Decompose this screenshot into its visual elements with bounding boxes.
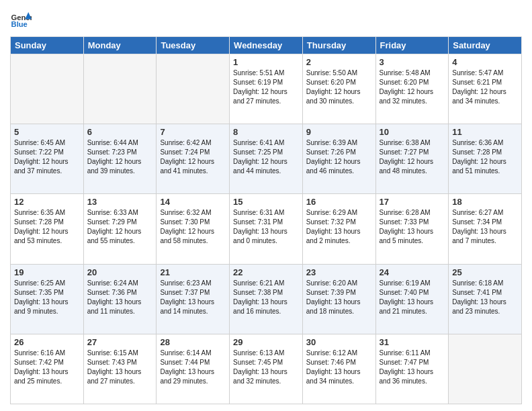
calendar-cell: 13Sunrise: 6:33 AM Sunset: 7:29 PM Dayli… <box>83 194 157 264</box>
calendar-cell: 22Sunrise: 6:21 AM Sunset: 7:38 PM Dayli… <box>230 264 303 334</box>
cell-info-text: Sunrise: 6:31 AM Sunset: 7:31 PM Dayligh… <box>233 208 299 246</box>
cell-info-text: Sunrise: 6:32 AM Sunset: 7:30 PM Dayligh… <box>160 208 226 246</box>
weekday-header-monday: Monday <box>83 37 157 54</box>
calendar-cell: 5Sunrise: 6:45 AM Sunset: 7:22 PM Daylig… <box>11 124 84 194</box>
cell-info-text: Sunrise: 6:38 AM Sunset: 7:27 PM Dayligh… <box>380 138 445 176</box>
cell-date-number: 25 <box>452 267 518 277</box>
cell-date-number: 21 <box>160 267 226 277</box>
cell-date-number: 20 <box>87 267 153 277</box>
weekday-header-row: SundayMondayTuesdayWednesdayThursdayFrid… <box>11 37 522 54</box>
cell-date-number: 13 <box>87 197 153 207</box>
calendar-week-row: 5Sunrise: 6:45 AM Sunset: 7:22 PM Daylig… <box>11 124 522 194</box>
cell-info-text: Sunrise: 6:15 AM Sunset: 7:43 PM Dayligh… <box>87 349 153 386</box>
cell-date-number: 30 <box>306 337 372 347</box>
cell-info-text: Sunrise: 6:42 AM Sunset: 7:24 PM Dayligh… <box>160 138 226 176</box>
calendar-week-row: 12Sunrise: 6:35 AM Sunset: 7:28 PM Dayli… <box>11 194 522 264</box>
page: General Blue SundayMondayTuesdayWednesda… <box>0 0 532 411</box>
cell-date-number: 7 <box>160 127 226 137</box>
cell-date-number: 29 <box>233 337 299 347</box>
cell-info-text: Sunrise: 6:35 AM Sunset: 7:28 PM Dayligh… <box>14 208 80 246</box>
cell-info-text: Sunrise: 6:41 AM Sunset: 7:25 PM Dayligh… <box>233 138 299 176</box>
weekday-header-thursday: Thursday <box>302 37 375 54</box>
weekday-header-sunday: Sunday <box>11 37 84 54</box>
cell-date-number: 15 <box>233 197 299 207</box>
weekday-header-wednesday: Wednesday <box>230 37 303 54</box>
cell-info-text: Sunrise: 6:24 AM Sunset: 7:36 PM Dayligh… <box>87 279 153 316</box>
cell-info-text: Sunrise: 5:48 AM Sunset: 6:20 PM Dayligh… <box>380 68 445 106</box>
calendar-week-row: 1Sunrise: 5:51 AM Sunset: 6:19 PM Daylig… <box>11 54 522 124</box>
cell-info-text: Sunrise: 6:12 AM Sunset: 7:46 PM Dayligh… <box>306 349 372 386</box>
cell-info-text: Sunrise: 6:13 AM Sunset: 7:45 PM Dayligh… <box>233 349 299 386</box>
calendar-cell: 14Sunrise: 6:32 AM Sunset: 7:30 PM Dayli… <box>157 194 230 264</box>
cell-date-number: 27 <box>87 337 153 347</box>
calendar-cell: 11Sunrise: 6:36 AM Sunset: 7:28 PM Dayli… <box>449 124 522 194</box>
cell-info-text: Sunrise: 6:20 AM Sunset: 7:39 PM Dayligh… <box>306 279 372 316</box>
svg-text:Blue: Blue <box>11 20 28 28</box>
calendar-cell: 31Sunrise: 6:11 AM Sunset: 7:47 PM Dayli… <box>375 334 449 404</box>
calendar-cell: 25Sunrise: 6:18 AM Sunset: 7:41 PM Dayli… <box>449 264 522 334</box>
calendar-cell: 16Sunrise: 6:29 AM Sunset: 7:32 PM Dayli… <box>302 194 375 264</box>
cell-date-number: 14 <box>160 197 226 207</box>
calendar-cell: 10Sunrise: 6:38 AM Sunset: 7:27 PM Dayli… <box>375 124 449 194</box>
cell-info-text: Sunrise: 6:14 AM Sunset: 7:44 PM Dayligh… <box>160 349 226 386</box>
cell-date-number: 6 <box>87 127 153 137</box>
cell-info-text: Sunrise: 6:21 AM Sunset: 7:38 PM Dayligh… <box>233 279 299 316</box>
calendar-cell: 29Sunrise: 6:13 AM Sunset: 7:45 PM Dayli… <box>230 334 303 404</box>
calendar-cell: 30Sunrise: 6:12 AM Sunset: 7:46 PM Dayli… <box>302 334 375 404</box>
calendar-cell: 8Sunrise: 6:41 AM Sunset: 7:25 PM Daylig… <box>230 124 303 194</box>
calendar-cell: 23Sunrise: 6:20 AM Sunset: 7:39 PM Dayli… <box>302 264 375 334</box>
calendar-cell: 3Sunrise: 5:48 AM Sunset: 6:20 PM Daylig… <box>375 54 449 124</box>
cell-date-number: 18 <box>452 197 518 207</box>
calendar-cell: 12Sunrise: 6:35 AM Sunset: 7:28 PM Dayli… <box>11 194 84 264</box>
cell-info-text: Sunrise: 6:29 AM Sunset: 7:32 PM Dayligh… <box>306 208 372 246</box>
cell-info-text: Sunrise: 6:25 AM Sunset: 7:35 PM Dayligh… <box>14 279 80 316</box>
cell-info-text: Sunrise: 6:18 AM Sunset: 7:41 PM Dayligh… <box>452 279 518 316</box>
cell-date-number: 28 <box>160 337 226 347</box>
calendar-cell: 6Sunrise: 6:44 AM Sunset: 7:23 PM Daylig… <box>83 124 157 194</box>
cell-info-text: Sunrise: 6:11 AM Sunset: 7:47 PM Dayligh… <box>380 349 445 386</box>
cell-date-number: 24 <box>380 267 445 277</box>
calendar-cell: 18Sunrise: 6:27 AM Sunset: 7:34 PM Dayli… <box>449 194 522 264</box>
calendar: SundayMondayTuesdayWednesdayThursdayFrid… <box>10 36 522 404</box>
cell-date-number: 31 <box>380 337 445 347</box>
cell-info-text: Sunrise: 6:28 AM Sunset: 7:33 PM Dayligh… <box>380 208 445 246</box>
cell-date-number: 22 <box>233 267 299 277</box>
calendar-cell <box>449 334 522 404</box>
cell-date-number: 12 <box>14 197 80 207</box>
calendar-cell: 19Sunrise: 6:25 AM Sunset: 7:35 PM Dayli… <box>11 264 84 334</box>
cell-date-number: 3 <box>380 57 445 67</box>
cell-info-text: Sunrise: 6:19 AM Sunset: 7:40 PM Dayligh… <box>380 279 445 316</box>
calendar-cell <box>11 54 84 124</box>
calendar-cell: 21Sunrise: 6:23 AM Sunset: 7:37 PM Dayli… <box>157 264 230 334</box>
cell-info-text: Sunrise: 6:27 AM Sunset: 7:34 PM Dayligh… <box>452 208 518 246</box>
calendar-cell: 28Sunrise: 6:14 AM Sunset: 7:44 PM Dayli… <box>157 334 230 404</box>
calendar-cell: 27Sunrise: 6:15 AM Sunset: 7:43 PM Dayli… <box>83 334 157 404</box>
logo-icon: General Blue <box>10 9 32 31</box>
calendar-cell: 1Sunrise: 5:51 AM Sunset: 6:19 PM Daylig… <box>230 54 303 124</box>
cell-date-number: 1 <box>233 57 299 67</box>
cell-date-number: 2 <box>306 57 372 67</box>
cell-info-text: Sunrise: 5:50 AM Sunset: 6:20 PM Dayligh… <box>306 68 372 106</box>
cell-info-text: Sunrise: 6:33 AM Sunset: 7:29 PM Dayligh… <box>87 208 153 246</box>
cell-info-text: Sunrise: 5:47 AM Sunset: 6:21 PM Dayligh… <box>452 68 518 106</box>
cell-date-number: 11 <box>452 127 518 137</box>
header: General Blue <box>10 7 522 31</box>
cell-date-number: 8 <box>233 127 299 137</box>
weekday-header-friday: Friday <box>375 37 449 54</box>
calendar-cell: 20Sunrise: 6:24 AM Sunset: 7:36 PM Dayli… <box>83 264 157 334</box>
cell-info-text: Sunrise: 6:39 AM Sunset: 7:26 PM Dayligh… <box>306 138 372 176</box>
calendar-cell <box>157 54 230 124</box>
cell-date-number: 5 <box>14 127 80 137</box>
cell-date-number: 19 <box>14 267 80 277</box>
calendar-cell: 9Sunrise: 6:39 AM Sunset: 7:26 PM Daylig… <box>302 124 375 194</box>
calendar-week-row: 26Sunrise: 6:16 AM Sunset: 7:42 PM Dayli… <box>11 334 522 404</box>
weekday-header-tuesday: Tuesday <box>157 37 230 54</box>
cell-date-number: 10 <box>380 127 445 137</box>
cell-info-text: Sunrise: 6:45 AM Sunset: 7:22 PM Dayligh… <box>14 138 80 176</box>
cell-date-number: 9 <box>306 127 372 137</box>
calendar-cell: 17Sunrise: 6:28 AM Sunset: 7:33 PM Dayli… <box>375 194 449 264</box>
logo: General Blue <box>10 9 32 31</box>
cell-date-number: 26 <box>14 337 80 347</box>
cell-info-text: Sunrise: 6:44 AM Sunset: 7:23 PM Dayligh… <box>87 138 153 176</box>
calendar-cell: 26Sunrise: 6:16 AM Sunset: 7:42 PM Dayli… <box>11 334 84 404</box>
